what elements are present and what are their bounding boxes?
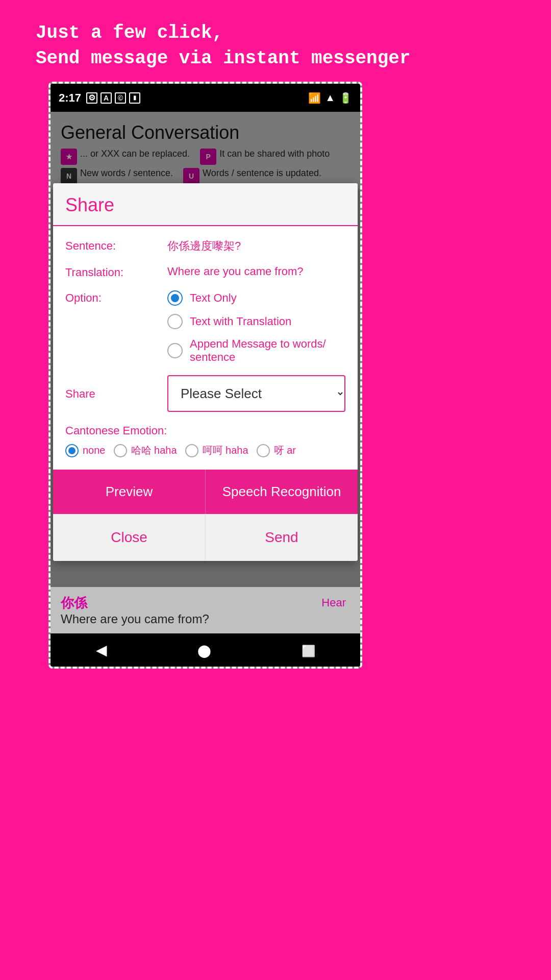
bottom-chinese: 你係 xyxy=(61,594,209,612)
battery-icon: 🔋 xyxy=(339,92,352,104)
translation-row: Translation: Where are you came from? xyxy=(65,265,345,279)
a-icon: A xyxy=(101,92,112,104)
emotion-aho[interactable]: 呵呵 haha xyxy=(185,444,248,457)
dialog-title-bar: Share xyxy=(53,183,358,226)
bottom-english: Where are you came from? xyxy=(61,612,209,626)
radio-label-append: Append Message to words/ sentence xyxy=(190,337,345,364)
option-row: Option: Text Only Text with Translation xyxy=(65,290,345,364)
phone-frame: 2:17 ⚙ A © ▮ 📶 ▲ 🔋 General Conversation … xyxy=(48,82,362,669)
share-dialog: Share Sentence: 你係邊度嚟架? Translation: Whe… xyxy=(53,183,358,561)
recent-button[interactable] xyxy=(302,642,315,658)
at-icon: © xyxy=(115,92,126,104)
radio-text-only[interactable]: Text Only xyxy=(167,290,345,306)
send-button[interactable]: Send xyxy=(206,514,358,561)
emotion-radio-haha xyxy=(114,444,127,457)
radio-label-text-only: Text Only xyxy=(190,291,237,305)
top-promo-text: Just a few click, Send message via insta… xyxy=(36,20,411,72)
dialog-footer: Close Send xyxy=(53,514,358,561)
emotion-radio-aho xyxy=(185,444,198,457)
emotion-section: Cantonese Emotion: none 哈哈 haha xyxy=(65,423,345,457)
settings-icon: ⚙ xyxy=(86,92,97,104)
option-label: Option: xyxy=(65,290,167,305)
emotion-none[interactable]: none xyxy=(65,444,106,457)
radio-text-translation[interactable]: Text with Translation xyxy=(167,314,345,329)
wifi-icon: 📶 xyxy=(308,92,321,104)
translation-label: Translation: xyxy=(65,265,167,279)
preview-button[interactable]: Preview xyxy=(53,470,206,514)
emotion-none-label: none xyxy=(83,445,106,456)
emotion-ar-label: 呀 ar xyxy=(274,444,296,457)
hear-button[interactable]: Hear xyxy=(317,594,350,611)
speech-recognition-button[interactable]: Speech Recognition xyxy=(206,470,358,514)
action-bar: Preview Speech Recognition xyxy=(53,470,358,514)
bottom-conversation: 你係 Where are you came from? Hear xyxy=(51,587,360,633)
app-content: General Conversation ★ ... or XXX can be… xyxy=(51,112,360,633)
promo-line2: Send message via instant messenger xyxy=(36,46,411,71)
emotion-haha-label: 哈哈 haha xyxy=(131,444,177,457)
emotion-aho-label: 呵呵 haha xyxy=(203,444,248,457)
emotion-radio-ar xyxy=(257,444,270,457)
radio-inner-text-only xyxy=(171,294,179,302)
sd-icon: ▮ xyxy=(129,92,140,104)
emotion-row: none 哈哈 haha 呵呵 haha 呀 ar xyxy=(65,444,345,457)
radio-circle-text-only xyxy=(167,290,183,306)
emotion-radio-none xyxy=(65,444,79,457)
status-bar: 2:17 ⚙ A © ▮ 📶 ▲ 🔋 xyxy=(51,84,360,112)
share-select[interactable]: Please Select WhatsApp Telegram WeChat xyxy=(167,375,345,412)
radio-label-translation: Text with Translation xyxy=(190,315,291,328)
signal-icon: ▲ xyxy=(325,92,335,104)
promo-line1: Just a few click, xyxy=(36,20,411,46)
emotion-ar[interactable]: 呀 ar xyxy=(257,444,296,457)
share-row: Share Please Select WhatsApp Telegram We… xyxy=(65,375,345,412)
emotion-inner-none xyxy=(68,447,76,454)
status-time: 2:17 xyxy=(59,91,81,105)
sentence-value: 你係邊度嚟架? xyxy=(167,238,345,254)
dialog-body: Sentence: 你係邊度嚟架? Translation: Where are… xyxy=(53,226,358,470)
nav-bar xyxy=(51,633,360,667)
translation-value: Where are you came from? xyxy=(167,265,345,278)
radio-circle-append xyxy=(167,343,183,358)
close-button[interactable]: Close xyxy=(53,514,206,561)
emotion-haha[interactable]: 哈哈 haha xyxy=(114,444,177,457)
back-button[interactable] xyxy=(96,642,107,658)
sentence-row: Sentence: 你係邊度嚟架? xyxy=(65,238,345,254)
emotion-label: Cantonese Emotion: xyxy=(65,423,167,437)
radio-circle-translation xyxy=(167,314,183,329)
radio-append-message[interactable]: Append Message to words/ sentence xyxy=(167,337,345,364)
home-button[interactable] xyxy=(197,642,211,658)
option-radio-group: Text Only Text with Translation Append M… xyxy=(167,290,345,364)
dialog-title: Share xyxy=(65,194,345,216)
sentence-label: Sentence: xyxy=(65,238,167,253)
share-label: Share xyxy=(65,386,167,401)
